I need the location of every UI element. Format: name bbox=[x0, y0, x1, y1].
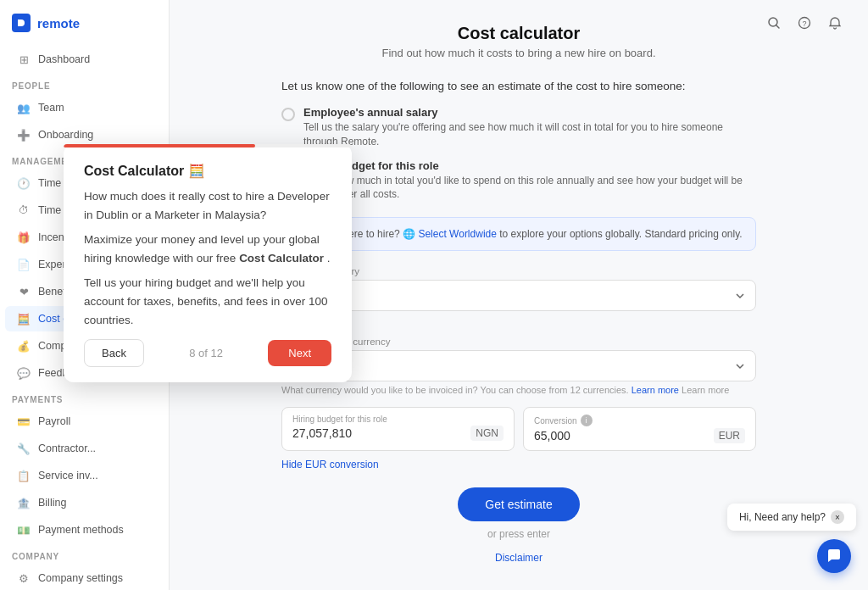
tooltip-progress-fill bbox=[64, 144, 255, 148]
billing-currency-hint: What currency would you like to be invoi… bbox=[281, 385, 756, 395]
section-company: COMPANY bbox=[0, 543, 169, 565]
conversion-currency: EUR bbox=[714, 428, 745, 443]
billing-currency-select[interactable]: EUR bbox=[281, 350, 756, 381]
sidebar-item-contractors[interactable]: 🔧 Contractor... bbox=[5, 436, 164, 461]
header-icons: ? bbox=[765, 14, 844, 32]
info-box: Not sure where to hire? 🌐 Select Worldwi… bbox=[281, 217, 756, 251]
notification-bell[interactable] bbox=[826, 14, 844, 32]
tooltip-bold: Cost Calculator bbox=[239, 252, 324, 264]
employee-country-select[interactable]: Nigeria bbox=[281, 280, 756, 311]
tooltip-card: Cost Calculator 🧮 How much does it reall… bbox=[64, 144, 352, 382]
radio-annual-salary-desc: Tell us the salary you're offering and s… bbox=[303, 120, 756, 149]
tooltip-footer: Back 8 of 12 Next bbox=[84, 339, 331, 367]
conversion-input[interactable]: Conversion i 65,000 EUR bbox=[523, 407, 756, 451]
radio-hiring-budget-content: Hiring budget for this role Tell us how … bbox=[303, 159, 756, 203]
incentives-icon: 🎁 bbox=[17, 231, 31, 244]
next-button[interactable]: Next bbox=[268, 340, 331, 366]
logo-icon bbox=[12, 14, 31, 32]
chevron-down-icon bbox=[735, 291, 745, 301]
expenses-icon: 📄 bbox=[17, 258, 31, 271]
calculator-icon: 🧮 bbox=[17, 312, 31, 326]
radio-annual-salary-label: Employee's annual salary bbox=[303, 106, 756, 119]
conversion-label: Conversion i bbox=[534, 415, 745, 426]
service-icon: 📋 bbox=[17, 469, 31, 482]
compensation-icon: 💰 bbox=[17, 339, 31, 353]
budget-input-value-row: 27,057,810 NGN bbox=[292, 426, 504, 441]
payment-methods-icon: 💵 bbox=[17, 523, 31, 537]
employee-country-label: Employee country bbox=[281, 266, 756, 276]
feedback-icon: 💬 bbox=[17, 366, 31, 380]
radio-hiring-budget[interactable]: Hiring budget for this role Tell us how … bbox=[281, 159, 756, 203]
benefits-icon: ❤ bbox=[17, 285, 31, 298]
onboarding-icon: ➕ bbox=[17, 128, 31, 142]
radio-annual-salary-content: Employee's annual salary Tell us the sal… bbox=[303, 106, 756, 149]
tooltip-title: Cost Calculator 🧮 bbox=[84, 163, 331, 179]
billing-currency-label: Employer billing currency bbox=[281, 337, 756, 347]
sidebar-item-payment-methods[interactable]: 💵 Payment methods bbox=[5, 517, 164, 543]
employee-country-group: Employee country Nigeria Select country bbox=[281, 266, 756, 325]
chat-close-button[interactable]: × bbox=[831, 510, 844, 524]
tooltip-body: How much does it really cost to hire a D… bbox=[84, 187, 331, 329]
budget-input-label: Hiring budget for this role bbox=[292, 415, 504, 424]
radio-group: Employee's annual salary Tell us the sal… bbox=[281, 106, 756, 202]
chat-icon bbox=[826, 548, 843, 565]
sidebar-item-service-inv[interactable]: 📋 Service inv... bbox=[5, 463, 164, 488]
budget-input[interactable]: Hiring budget for this role 27,057,810 N… bbox=[281, 407, 515, 451]
section-payments: PAYMENTS bbox=[0, 387, 169, 408]
timetrack-icon: ⏱ bbox=[17, 203, 31, 217]
payroll-icon: 💳 bbox=[17, 415, 31, 428]
conversion-value: 65,000 bbox=[534, 429, 714, 442]
team-icon: 👥 bbox=[17, 101, 31, 114]
radio-annual-salary[interactable]: Employee's annual salary Tell us the sal… bbox=[281, 106, 756, 149]
disclaimer-link[interactable]: Disclaimer bbox=[281, 552, 756, 564]
back-button[interactable]: Back bbox=[84, 339, 144, 367]
learn-more-link[interactable]: Learn more bbox=[632, 385, 679, 395]
press-enter-text: or press enter bbox=[281, 528, 756, 540]
info-box-suffix: to explore your options globally. Standa… bbox=[499, 228, 742, 240]
section-question: Let us know one of the following to see … bbox=[281, 80, 756, 92]
select-worldwide-link[interactable]: Select Worldwide bbox=[418, 228, 496, 240]
sidebar-item-billing[interactable]: 🏦 Billing bbox=[5, 490, 164, 515]
chat-button[interactable] bbox=[817, 539, 851, 573]
budget-row: Hiring budget for this role 27,057,810 N… bbox=[281, 407, 756, 451]
help-button[interactable]: ? bbox=[795, 14, 814, 32]
tooltip-p1: How much does it really cost to hire a D… bbox=[84, 187, 331, 224]
chat-tooltip-text: Hi, Need any help? bbox=[739, 511, 826, 523]
billing-currency-group: Employer billing currency EUR What curre… bbox=[281, 337, 756, 395]
info-icon: i bbox=[581, 415, 593, 426]
conversion-value-row: 65,000 EUR bbox=[534, 428, 745, 443]
svg-text:?: ? bbox=[802, 19, 806, 28]
search-button[interactable] bbox=[765, 14, 783, 32]
employee-country-hint: Select country bbox=[281, 314, 756, 325]
tooltip-p3: Tell us your hiring budget and we'll hel… bbox=[84, 274, 331, 329]
tooltip-progress-bar bbox=[64, 144, 352, 148]
radio-hiring-budget-label: Hiring budget for this role bbox=[303, 159, 756, 172]
sidebar-item-payroll[interactable]: 💳 Payroll bbox=[5, 409, 164, 434]
page-title: Cost calculator bbox=[203, 24, 834, 43]
sidebar-item-dashboard[interactable]: ⊞ Dashboard bbox=[5, 47, 164, 72]
get-estimate-button[interactable]: Get estimate bbox=[458, 487, 579, 521]
sidebar-item-company-settings[interactable]: ⚙ Company settings bbox=[5, 565, 164, 590]
section-people: PEOPLE bbox=[0, 73, 169, 94]
contractors-icon: 🔧 bbox=[17, 442, 31, 455]
tooltip-p2: Maximize your money and level up your gl… bbox=[84, 231, 331, 267]
radio-annual-salary-circle bbox=[281, 108, 295, 121]
timeoff-icon: 🕐 bbox=[17, 176, 31, 190]
dashboard-icon: ⊞ bbox=[17, 53, 31, 66]
chat-tooltip: Hi, Need any help? × bbox=[727, 504, 856, 531]
page-subtitle: Find out how much it costs to bring a ne… bbox=[203, 47, 834, 59]
sidebar-item-team[interactable]: 👥 Team bbox=[5, 95, 164, 120]
budget-currency: NGN bbox=[470, 426, 504, 441]
chevron-down-icon-2 bbox=[735, 361, 745, 371]
budget-input-value: 27,057,810 bbox=[292, 426, 470, 440]
billing-icon: 🏦 bbox=[17, 496, 31, 509]
logo-text: remote bbox=[37, 16, 80, 31]
tooltip-page-counter: 8 of 12 bbox=[189, 347, 223, 359]
radio-hiring-budget-desc: Tell us how much in total you'd like to … bbox=[303, 174, 756, 203]
logo: remote bbox=[0, 0, 169, 46]
svg-line-1 bbox=[776, 25, 780, 29]
settings-icon: ⚙ bbox=[17, 571, 31, 585]
hide-eur-link[interactable]: Hide EUR conversion bbox=[281, 459, 379, 470]
